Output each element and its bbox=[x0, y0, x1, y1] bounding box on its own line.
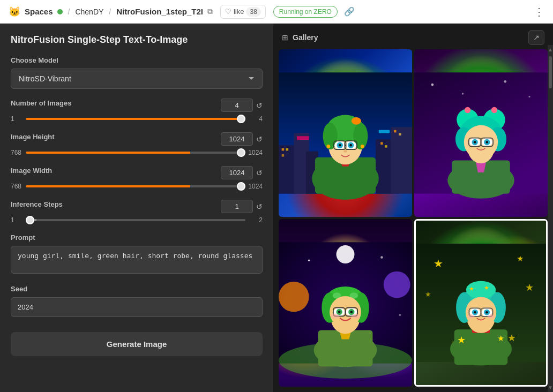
image-height-label: Image Height bbox=[11, 133, 55, 141]
scroll-down-arrow[interactable]: ▼ bbox=[548, 383, 553, 392]
prompt-textarea[interactable]: young girl, smile, green hair, short rob… bbox=[11, 246, 263, 274]
num-images-input[interactable] bbox=[221, 99, 253, 112]
svg-point-67 bbox=[399, 314, 401, 315]
svg-point-87 bbox=[331, 314, 339, 319]
gallery-grid: ★ ★ ★ ★ ★ ★ ★ ★ bbox=[273, 49, 553, 392]
num-images-slider[interactable] bbox=[26, 118, 245, 120]
svg-point-113 bbox=[474, 311, 476, 313]
inference-steps-label: Inference Steps bbox=[11, 200, 63, 208]
svg-point-33 bbox=[326, 145, 330, 148]
model-section: Choose Model NitroSD-Vibrant NitroSD-Rea… bbox=[11, 56, 263, 89]
svg-rect-14 bbox=[379, 130, 390, 133]
gallery-title: Gallery bbox=[293, 33, 318, 42]
image-width-slider[interactable] bbox=[26, 185, 245, 187]
prompt-label: Prompt bbox=[11, 233, 263, 242]
username-label: ChenDY bbox=[75, 7, 103, 16]
num-images-label: Number of Images bbox=[11, 99, 71, 107]
svg-rect-6 bbox=[282, 148, 285, 151]
generate-button[interactable]: Generate Image bbox=[11, 332, 263, 356]
prompt-section: Prompt young girl, smile, green hair, sh… bbox=[11, 233, 263, 275]
scroll-up-arrow[interactable]: ▲ bbox=[548, 45, 553, 54]
svg-rect-9 bbox=[380, 142, 383, 145]
inference-steps-section: Inference Steps ↺ 1 2 bbox=[11, 200, 263, 224]
image-height-refresh-icon[interactable]: ↺ bbox=[256, 135, 263, 144]
inference-steps-refresh-icon[interactable]: ↺ bbox=[256, 202, 263, 211]
svg-point-22 bbox=[352, 117, 361, 125]
topbar-menu-icon[interactable]: ⋮ bbox=[534, 5, 544, 18]
image-height-slider-row: 768 1024 bbox=[11, 149, 263, 156]
num-images-refresh-icon[interactable]: ↺ bbox=[256, 101, 263, 110]
svg-text:★: ★ bbox=[497, 334, 504, 343]
gallery-scrollbar[interactable]: ▲ ▼ bbox=[548, 45, 553, 392]
image-width-refresh-icon[interactable]: ↺ bbox=[256, 169, 263, 177]
svg-text:★: ★ bbox=[525, 282, 534, 293]
image-width-input[interactable] bbox=[221, 166, 253, 179]
svg-point-66 bbox=[380, 256, 383, 259]
gallery-image-3 bbox=[279, 219, 412, 387]
svg-text:★: ★ bbox=[425, 290, 431, 298]
like-label: like bbox=[234, 7, 244, 16]
image-width-min: 768 bbox=[11, 183, 26, 190]
topbar: 🐱 Spaces / ChenDY / NitroFusion_1step_T2… bbox=[0, 0, 553, 24]
breadcrumb-slash2: / bbox=[109, 7, 111, 16]
inference-steps-slider[interactable] bbox=[26, 219, 245, 221]
svg-point-39 bbox=[528, 96, 530, 97]
heart-icon: ♡ bbox=[225, 7, 231, 16]
svg-point-84 bbox=[350, 311, 353, 313]
inference-steps-max: 2 bbox=[245, 216, 263, 224]
share-icon: ↗ bbox=[533, 33, 540, 42]
copy-icon[interactable]: ⧉ bbox=[207, 7, 213, 16]
svg-rect-11 bbox=[394, 130, 397, 133]
svg-point-114 bbox=[485, 311, 488, 313]
scroll-thumb[interactable] bbox=[549, 56, 552, 88]
image-height-min: 768 bbox=[11, 149, 26, 156]
gallery-image-4: ★ ★ ★ ★ ★ ★ ★ ★ bbox=[416, 221, 546, 385]
gallery-grid-icon: ⊞ bbox=[282, 33, 288, 42]
main-layout: NitroFusion Single-Step Text-To-Image Ch… bbox=[0, 24, 553, 392]
inference-steps-input[interactable] bbox=[221, 200, 253, 213]
gallery-header: ⊞ Gallery ↗ bbox=[273, 24, 553, 49]
svg-rect-5 bbox=[391, 127, 412, 194]
gallery-image-2 bbox=[414, 49, 548, 217]
gallery-item-2[interactable] bbox=[414, 49, 548, 217]
gallery-item-3[interactable] bbox=[279, 219, 412, 387]
svg-rect-7 bbox=[286, 148, 289, 151]
svg-rect-10 bbox=[385, 145, 387, 148]
svg-point-83 bbox=[338, 311, 341, 313]
svg-point-37 bbox=[462, 93, 464, 94]
num-images-min: 1 bbox=[11, 115, 26, 123]
like-button[interactable]: ♡ like 38 bbox=[220, 5, 266, 19]
left-panel: NitroFusion Single-Step Text-To-Image Ch… bbox=[0, 24, 273, 392]
svg-point-34 bbox=[361, 145, 364, 148]
svg-rect-12 bbox=[399, 133, 401, 136]
panel-title: NitroFusion Single-Step Text-To-Image bbox=[11, 34, 263, 46]
gallery-share-button[interactable]: ↗ bbox=[528, 30, 544, 45]
gallery-image-1 bbox=[279, 49, 412, 217]
image-width-section: Image Width ↺ 768 1024 bbox=[11, 166, 263, 190]
svg-point-117 bbox=[467, 314, 474, 319]
gallery-item-1[interactable] bbox=[279, 49, 412, 217]
image-height-max: 1024 bbox=[245, 149, 263, 156]
svg-point-27 bbox=[339, 144, 341, 147]
svg-point-32 bbox=[343, 150, 347, 153]
seed-section: Seed bbox=[11, 285, 263, 317]
svg-point-60 bbox=[491, 107, 497, 113]
svg-text:★: ★ bbox=[469, 285, 474, 292]
svg-rect-13 bbox=[297, 136, 309, 140]
image-width-max: 1024 bbox=[245, 183, 263, 190]
seed-input[interactable] bbox=[11, 297, 263, 317]
like-count: 38 bbox=[246, 7, 260, 17]
svg-text:★: ★ bbox=[507, 333, 516, 343]
image-height-slider[interactable] bbox=[26, 152, 245, 154]
svg-point-62 bbox=[279, 282, 309, 312]
link-icon[interactable]: 🔗 bbox=[344, 6, 355, 17]
model-select[interactable]: NitroSD-Vibrant NitroSD-Realism bbox=[11, 69, 263, 89]
svg-point-36 bbox=[431, 84, 434, 86]
image-height-input[interactable] bbox=[221, 132, 253, 146]
svg-point-54 bbox=[474, 141, 476, 144]
num-images-max: 4 bbox=[245, 115, 263, 123]
gallery-item-4[interactable]: ★ ★ ★ ★ ★ ★ ★ ★ bbox=[414, 219, 548, 387]
svg-point-64 bbox=[337, 245, 355, 263]
status-dot bbox=[57, 9, 63, 14]
image-width-slider-row: 768 1024 bbox=[11, 183, 263, 190]
